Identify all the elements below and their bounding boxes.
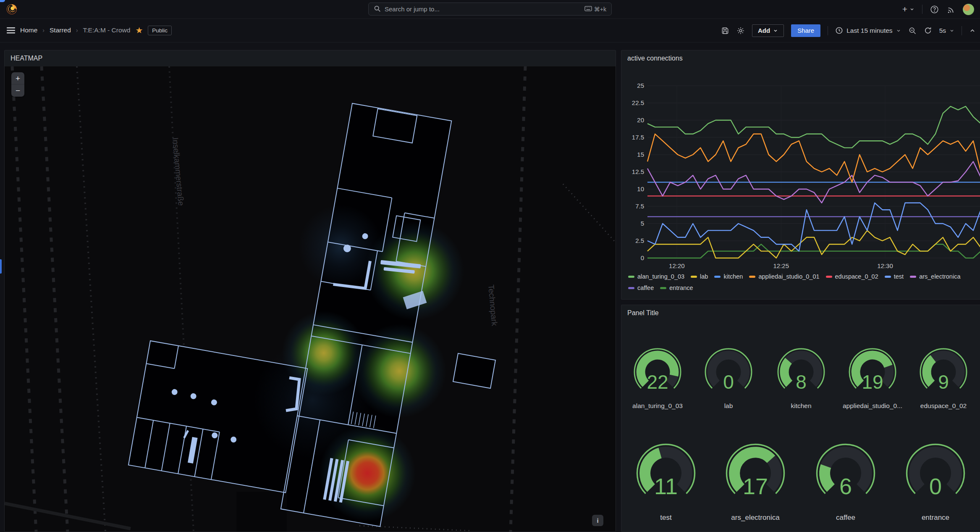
legend-label: eduspace_0_02 bbox=[835, 273, 878, 280]
refresh-interval-picker[interactable]: 5s bbox=[939, 27, 954, 34]
breadcrumb-starred[interactable]: Starred bbox=[50, 26, 71, 34]
gauge-value: 19 bbox=[862, 371, 883, 393]
heatmap-panel: HEATMAP bbox=[4, 50, 616, 532]
gauge-value: 11 bbox=[654, 474, 678, 499]
svg-text:7.5: 7.5 bbox=[635, 203, 644, 210]
legend-swatch bbox=[885, 276, 891, 278]
corner-accent bbox=[0, 0, 5, 2]
help-icon[interactable] bbox=[930, 5, 939, 14]
svg-text:12:20: 12:20 bbox=[669, 262, 685, 269]
breadcrumb: Home › Starred › T:E:A:M - Crowd ★ Publi… bbox=[0, 26, 172, 35]
legend-swatch bbox=[714, 276, 721, 278]
zoom-out-time-icon[interactable] bbox=[908, 26, 917, 35]
legend-item-ars_electronica[interactable]: ars_electronica bbox=[910, 273, 960, 280]
divider bbox=[828, 26, 828, 35]
gauge-ars_electronica: 17ars_electronica bbox=[715, 441, 795, 522]
svg-text:22.5: 22.5 bbox=[632, 99, 644, 106]
gauge-label: alan_turing_0_03 bbox=[618, 402, 697, 410]
keyboard-icon bbox=[584, 6, 592, 13]
legend-swatch bbox=[749, 276, 755, 278]
settings-gear-icon[interactable] bbox=[736, 26, 745, 35]
gauge-appliedai_studio_0...: 19appliedai_studio_0... bbox=[833, 345, 912, 410]
favorite-star-icon[interactable]: ★ bbox=[135, 26, 143, 34]
search-icon bbox=[374, 5, 381, 13]
panel-title[interactable]: HEATMAP bbox=[5, 50, 616, 66]
legend-item-alan_turing_0_03[interactable]: alan_turing_0_03 bbox=[628, 273, 684, 280]
gauge-label: ars_electronica bbox=[715, 514, 795, 522]
user-avatar[interactable] bbox=[963, 4, 974, 15]
legend-item-lab[interactable]: lab bbox=[691, 273, 708, 280]
legend-label: kitchen bbox=[723, 273, 743, 280]
gauge-label: lab bbox=[689, 402, 768, 410]
legend-item-eduspace_0_02[interactable]: eduspace_0_02 bbox=[826, 273, 878, 280]
svg-text:12.5: 12.5 bbox=[632, 168, 644, 175]
public-badge[interactable]: Public bbox=[148, 26, 172, 35]
legend-swatch bbox=[628, 287, 634, 289]
grafana-logo-icon[interactable] bbox=[6, 3, 18, 15]
legend-label: caffee bbox=[637, 284, 654, 291]
gauge-label: kitchen bbox=[761, 402, 841, 410]
search-shortcut: ⌘+k bbox=[594, 6, 606, 13]
gauge-label: appliedai_studio_0... bbox=[833, 402, 912, 410]
svg-text:12:30: 12:30 bbox=[877, 262, 893, 269]
save-dashboard-icon[interactable] bbox=[721, 26, 729, 35]
panel-title[interactable]: Panel Title bbox=[621, 305, 980, 321]
series-alan_turing_0_03 bbox=[647, 106, 980, 147]
share-button[interactable]: Share bbox=[791, 24, 820, 37]
gauge-value: 22 bbox=[647, 371, 668, 393]
legend-label: ars_electronica bbox=[919, 273, 960, 280]
refresh-icon[interactable] bbox=[924, 26, 932, 35]
gauge-kitchen: 8kitchen bbox=[761, 345, 841, 410]
gauge-entrance: 0entrance bbox=[896, 441, 975, 522]
kiosk-collapse-icon[interactable] bbox=[969, 27, 976, 34]
gauge-caffee: 6caffee bbox=[806, 441, 886, 522]
connections-chart: 02.557.51012.51517.52022.52512:2012:2512… bbox=[621, 71, 980, 270]
search-input[interactable]: Search or jump to... ⌘+k bbox=[368, 3, 612, 16]
legend-label: lab bbox=[700, 273, 708, 280]
map-zoom-controls: + − bbox=[11, 72, 24, 97]
gauge-value: 0 bbox=[929, 474, 942, 499]
gauge-test: 11test bbox=[626, 441, 706, 522]
gauge-label: eduspace_0_02 bbox=[904, 402, 980, 410]
legend-label: entrance bbox=[669, 284, 693, 291]
legend-label: alan_turing_0_03 bbox=[637, 273, 684, 280]
chevron-down-icon bbox=[896, 28, 901, 33]
svg-text:17.5: 17.5 bbox=[632, 134, 644, 141]
legend-swatch bbox=[910, 276, 916, 278]
breadcrumb-dashboard[interactable]: T:E:A:M - Crowd bbox=[83, 26, 131, 34]
news-rss-icon[interactable] bbox=[946, 5, 955, 14]
svg-text:15: 15 bbox=[637, 151, 644, 158]
time-range-picker[interactable]: Last 15 minutes bbox=[835, 26, 901, 34]
legend-label: test bbox=[894, 273, 904, 280]
svg-text:2.5: 2.5 bbox=[635, 237, 644, 244]
map-zoom-out-button[interactable]: − bbox=[11, 84, 24, 97]
top-nav: Search or jump to... ⌘+k + bbox=[0, 0, 980, 19]
divider bbox=[962, 26, 962, 35]
legend-item-entrance[interactable]: entrance bbox=[660, 284, 693, 291]
svg-text:12:25: 12:25 bbox=[773, 262, 789, 269]
gauge-value: 0 bbox=[723, 371, 734, 393]
map-info-button[interactable]: i bbox=[592, 515, 603, 526]
menu-hamburger-icon[interactable] bbox=[7, 27, 15, 34]
gauge-value: 17 bbox=[743, 474, 768, 499]
gauge-value: 6 bbox=[839, 474, 852, 499]
legend-swatch bbox=[826, 276, 832, 278]
chevron-down-icon bbox=[949, 28, 954, 33]
gauge-alan_turing_0_03: 22alan_turing_0_03 bbox=[618, 345, 697, 410]
gauge-lab: 0lab bbox=[689, 345, 768, 410]
add-button[interactable]: Add bbox=[752, 24, 784, 37]
svg-text:0: 0 bbox=[641, 254, 644, 261]
panel-title[interactable]: active connections bbox=[621, 50, 980, 66]
map-zoom-in-button[interactable]: + bbox=[11, 72, 24, 84]
gauge-value: 9 bbox=[938, 371, 949, 393]
gauge-label: entrance bbox=[896, 514, 975, 522]
legend-label: appliedai_studio_0_01 bbox=[758, 273, 819, 280]
legend-item-test[interactable]: test bbox=[885, 273, 904, 280]
legend-swatch bbox=[660, 287, 666, 289]
map-canvas[interactable]: Inselkammerstraße Technopark bbox=[5, 66, 616, 532]
new-plus-button[interactable]: + bbox=[902, 4, 914, 14]
legend-item-kitchen[interactable]: kitchen bbox=[714, 273, 743, 280]
legend-item-appliedai_studio_0_01[interactable]: appliedai_studio_0_01 bbox=[749, 273, 819, 280]
legend-item-caffee[interactable]: caffee bbox=[628, 284, 654, 291]
breadcrumb-home[interactable]: Home bbox=[20, 26, 37, 34]
